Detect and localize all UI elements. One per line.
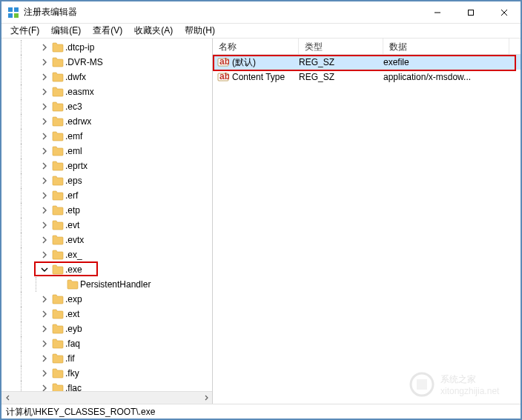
tree-item-label: .eml: [65, 146, 82, 156]
chevron-right-icon[interactable]: [40, 102, 49, 111]
tree-item[interactable]: .evtx: [1, 233, 212, 247]
tree-item[interactable]: .ec3: [1, 99, 212, 114]
tree-item-label: .edrwx: [65, 116, 91, 127]
folder-icon: [52, 72, 64, 82]
menu-view[interactable]: 查看(V): [87, 23, 128, 39]
tree-item-label: .ec3: [65, 101, 82, 112]
folder-icon: [52, 205, 64, 216]
chevron-right-icon[interactable]: [40, 43, 49, 52]
menu-edit[interactable]: 编辑(E): [45, 23, 87, 39]
menu-help[interactable]: 帮助(H): [179, 23, 221, 39]
chevron-right-icon[interactable]: [40, 58, 49, 67]
tree-item[interactable]: .DVR-MS: [1, 55, 212, 70]
folder-icon: [52, 353, 64, 364]
tree-item[interactable]: .evt: [1, 218, 212, 233]
string-value-icon: ab: [217, 56, 229, 68]
title-bar: 注册表编辑器: [1, 1, 521, 24]
list-row[interactable]: abContent TypeREG_SZapplication/x-msdow.…: [213, 70, 521, 84]
svg-rect-2: [8, 13, 13, 18]
chevron-right-icon[interactable]: [40, 369, 49, 378]
tree-item[interactable]: .fky: [1, 366, 212, 381]
tree-item-label: .eyb: [65, 324, 82, 334]
chevron-down-icon[interactable]: [40, 265, 49, 274]
chevron-right-icon[interactable]: [40, 354, 49, 363]
column-header-name[interactable]: 名称: [213, 39, 299, 54]
column-header-data[interactable]: 数据: [383, 39, 509, 54]
chevron-right-icon[interactable]: [40, 236, 49, 244]
svg-rect-3: [14, 13, 19, 18]
minimize-button[interactable]: [420, 1, 454, 23]
chevron-right-icon[interactable]: [40, 176, 49, 185]
list-row[interactable]: ab(默认)REG_SZexefile: [213, 55, 521, 70]
scroll-right-button[interactable]: [199, 392, 212, 404]
folder-icon: [52, 131, 64, 141]
chevron-right-icon[interactable]: [40, 324, 49, 333]
tree-item[interactable]: .etp: [1, 203, 212, 218]
tree-item[interactable]: .ex_: [1, 247, 212, 262]
tree-item[interactable]: .exe: [1, 262, 212, 277]
tree-item[interactable]: .eprtx: [1, 159, 212, 173]
chevron-right-icon[interactable]: [40, 221, 49, 230]
tree-item[interactable]: .eps: [1, 173, 212, 188]
folder-icon: [52, 264, 64, 275]
chevron-right-icon[interactable]: [40, 161, 49, 170]
tree-item-label: .DVR-MS: [65, 57, 103, 67]
chevron-right-icon[interactable]: [40, 384, 49, 391]
folder-icon: [52, 220, 64, 230]
chevron-right-icon[interactable]: [40, 147, 49, 156]
folder-icon: [52, 146, 64, 156]
chevron-right-icon[interactable]: [40, 191, 49, 200]
tree-item-label: .exp: [65, 294, 82, 304]
tree-view[interactable]: .dtcp-ip.DVR-MS.dwfx.easmx.ec3.edrwx.emf…: [1, 39, 212, 391]
tree-item[interactable]: .emf: [1, 129, 212, 144]
tree-item[interactable]: .fif: [1, 351, 212, 366]
svg-rect-5: [468, 10, 473, 15]
tree-item[interactable]: .erf: [1, 188, 212, 203]
folder-icon: [52, 383, 64, 391]
chevron-right-icon[interactable]: [40, 117, 49, 126]
tree-item[interactable]: .dwfx: [1, 70, 212, 84]
folder-icon: [52, 101, 64, 112]
folder-icon: [67, 279, 79, 290]
chevron-right-icon[interactable]: [40, 87, 49, 96]
tree-item[interactable]: .easmx: [1, 84, 212, 99]
chevron-right-icon[interactable]: [40, 73, 49, 81]
folder-icon: [52, 190, 64, 201]
chevron-right-icon[interactable]: [40, 339, 49, 348]
chevron-right-icon[interactable]: [40, 132, 49, 141]
folder-icon: [52, 309, 64, 319]
chevron-right-icon[interactable]: [40, 310, 49, 319]
cell-name: (默认): [232, 56, 299, 69]
tree-item[interactable]: .faq: [1, 336, 212, 351]
chevron-right-icon: [55, 280, 64, 289]
tree-item[interactable]: .dtcp-ip: [1, 40, 212, 55]
tree-item[interactable]: .eml: [1, 144, 212, 159]
chevron-right-icon[interactable]: [40, 295, 49, 304]
main-split: .dtcp-ip.DVR-MS.dwfx.easmx.ec3.edrwx.emf…: [1, 39, 521, 404]
tree-item[interactable]: .exp: [1, 292, 212, 307]
list-view[interactable]: ab(默认)REG_SZexefileabContent TypeREG_SZa…: [213, 55, 521, 404]
svg-rect-1: [14, 7, 19, 12]
tree-item-label: .eprtx: [65, 161, 87, 171]
tree-item[interactable]: .flac: [1, 381, 212, 391]
column-header-type[interactable]: 类型: [299, 39, 383, 54]
menu-favorites[interactable]: 收藏夹(A): [128, 23, 179, 39]
chevron-right-icon[interactable]: [40, 250, 49, 259]
close-button[interactable]: [487, 1, 521, 23]
tree-item[interactable]: .ext: [1, 307, 212, 321]
maximize-button[interactable]: [454, 1, 487, 23]
tree-item[interactable]: .eyb: [1, 321, 212, 336]
tree-item[interactable]: .edrwx: [1, 114, 212, 129]
svg-text:ab: ab: [219, 71, 229, 81]
status-path: 计算机\HKEY_CLASSES_ROOT\.exe: [6, 407, 155, 417]
menu-file[interactable]: 文件(F): [4, 23, 45, 39]
tree-item-label: .faq: [65, 339, 80, 349]
tree-h-scrollbar[interactable]: [1, 391, 212, 404]
tree-item-label: .evt: [65, 220, 79, 230]
scroll-left-button[interactable]: [1, 392, 14, 404]
tree-item-label: .dtcp-ip: [65, 42, 94, 53]
folder-icon: [52, 57, 64, 67]
chevron-right-icon[interactable]: [40, 206, 49, 215]
tree-item[interactable]: PersistentHandler: [1, 277, 212, 292]
window-frame: 注册表编辑器 文件(F) 编辑(E) 查看(V) 收藏夹(A) 帮助(H) .d…: [0, 0, 522, 420]
